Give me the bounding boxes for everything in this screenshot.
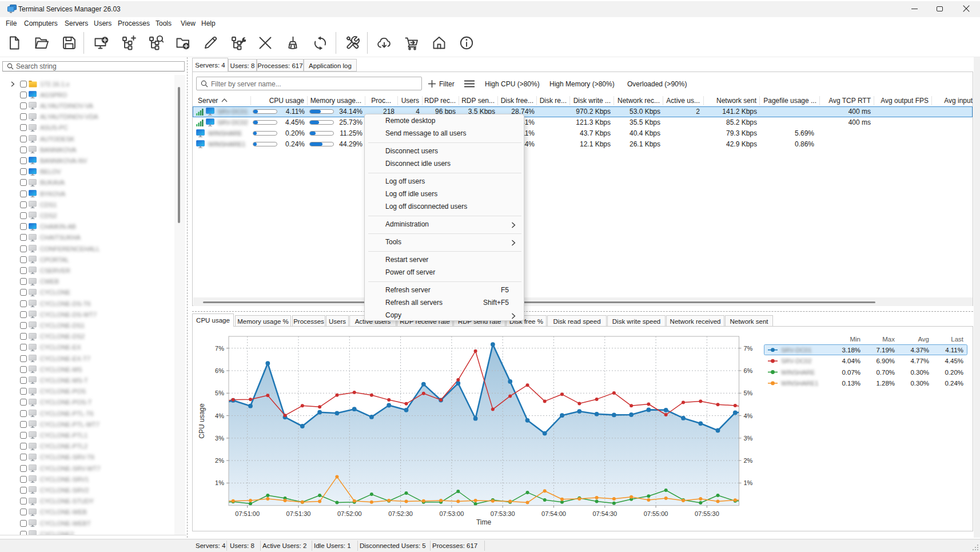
svg-text:5%: 5% — [744, 390, 753, 396]
svg-text:Max: Max — [882, 336, 895, 343]
svg-text:07:55:30: 07:55:30 — [695, 510, 719, 517]
svg-text:1.28%: 1.28% — [876, 380, 895, 387]
svg-text:WINSHARE: WINSHARE — [781, 369, 815, 376]
svg-text:07:52:00: 07:52:00 — [337, 510, 362, 517]
svg-text:07:51:00: 07:51:00 — [235, 510, 260, 517]
svg-text:6%: 6% — [215, 367, 224, 374]
svg-text:07:54:00: 07:54:00 — [541, 510, 566, 517]
svg-text:0.70%: 0.70% — [876, 369, 895, 376]
svg-text:SRV-DC02: SRV-DC02 — [781, 358, 812, 364]
svg-text:07:51:30: 07:51:30 — [286, 510, 311, 517]
svg-text:7%: 7% — [215, 345, 224, 352]
svg-text:07:55:00: 07:55:00 — [644, 510, 668, 517]
svg-text:0.07%: 0.07% — [842, 369, 861, 376]
svg-text:3%: 3% — [744, 435, 753, 442]
svg-text:0.30%: 0.30% — [910, 380, 929, 387]
svg-text:4.37%: 4.37% — [910, 347, 929, 354]
svg-text:5%: 5% — [215, 390, 224, 396]
svg-text:07:53:00: 07:53:00 — [439, 510, 464, 517]
svg-text:0.20%: 0.20% — [945, 369, 963, 376]
svg-text:2%: 2% — [744, 457, 753, 464]
svg-text:6%: 6% — [744, 367, 753, 374]
svg-text:0.13%: 0.13% — [842, 380, 861, 387]
svg-text:4.77%: 4.77% — [910, 358, 929, 364]
svg-text:7%: 7% — [744, 345, 753, 352]
svg-text:07:54:30: 07:54:30 — [592, 510, 617, 517]
svg-text:SRV-DC01: SRV-DC01 — [781, 347, 812, 354]
svg-text:4.04%: 4.04% — [842, 358, 861, 364]
svg-text:3%: 3% — [215, 435, 224, 442]
svg-text:07:53:30: 07:53:30 — [491, 510, 515, 517]
svg-text:4%: 4% — [744, 412, 753, 419]
svg-text:1%: 1% — [215, 479, 224, 486]
svg-text:4.45%: 4.45% — [945, 358, 963, 364]
svg-text:Time: Time — [476, 518, 492, 526]
svg-text:3.18%: 3.18% — [842, 347, 861, 354]
svg-text:WINSHARE1: WINSHARE1 — [781, 380, 818, 387]
svg-text:4.11%: 4.11% — [945, 347, 963, 354]
svg-text:1%: 1% — [744, 479, 753, 486]
svg-text:6.90%: 6.90% — [876, 358, 895, 364]
svg-text:0.30%: 0.30% — [910, 369, 929, 376]
svg-text:Last: Last — [951, 336, 964, 343]
svg-text:07:52:30: 07:52:30 — [388, 510, 413, 517]
svg-text:7.19%: 7.19% — [876, 347, 895, 354]
svg-text:Avg: Avg — [918, 336, 929, 343]
svg-text:Min: Min — [850, 336, 861, 343]
svg-text:0.24%: 0.24% — [945, 380, 963, 387]
svg-text:2%: 2% — [215, 457, 224, 464]
svg-text:4%: 4% — [215, 412, 224, 419]
svg-text:CPU usage: CPU usage — [198, 403, 206, 439]
